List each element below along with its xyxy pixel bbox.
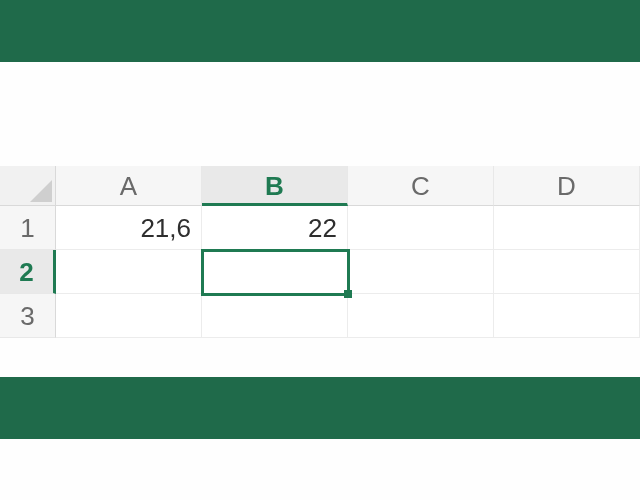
column-header-A[interactable]: A xyxy=(56,166,202,206)
cell-B3[interactable] xyxy=(202,294,348,338)
row-3: 3 xyxy=(0,294,640,338)
cell-A3[interactable] xyxy=(56,294,202,338)
column-header-B[interactable]: B xyxy=(202,166,348,206)
cell-C3[interactable] xyxy=(348,294,494,338)
spreadsheet-grid: A B C D 1 21,6 22 2 3 xyxy=(0,166,640,338)
decorative-bar-bottom xyxy=(0,377,640,439)
row-header-3[interactable]: 3 xyxy=(0,294,56,338)
column-header-C[interactable]: C xyxy=(348,166,494,206)
row-1: 1 21,6 22 xyxy=(0,206,640,250)
cell-A1[interactable]: 21,6 xyxy=(56,206,202,250)
decorative-bar-top xyxy=(0,0,640,62)
row-header-1[interactable]: 1 xyxy=(0,206,56,250)
cell-D3[interactable] xyxy=(494,294,640,338)
cell-D1[interactable] xyxy=(494,206,640,250)
cell-B2[interactable] xyxy=(202,250,348,294)
row-2: 2 xyxy=(0,250,640,294)
select-all-corner[interactable] xyxy=(0,166,56,206)
row-header-2[interactable]: 2 xyxy=(0,250,56,294)
column-header-row: A B C D xyxy=(0,166,640,206)
cell-A2[interactable] xyxy=(56,250,202,294)
cell-C2[interactable] xyxy=(348,250,494,294)
cell-C1[interactable] xyxy=(348,206,494,250)
column-header-D[interactable]: D xyxy=(494,166,640,206)
fill-handle[interactable] xyxy=(344,290,352,298)
svg-marker-0 xyxy=(30,180,52,202)
cell-B1[interactable]: 22 xyxy=(202,206,348,250)
select-all-triangle-icon xyxy=(30,180,52,202)
cell-D2[interactable] xyxy=(494,250,640,294)
